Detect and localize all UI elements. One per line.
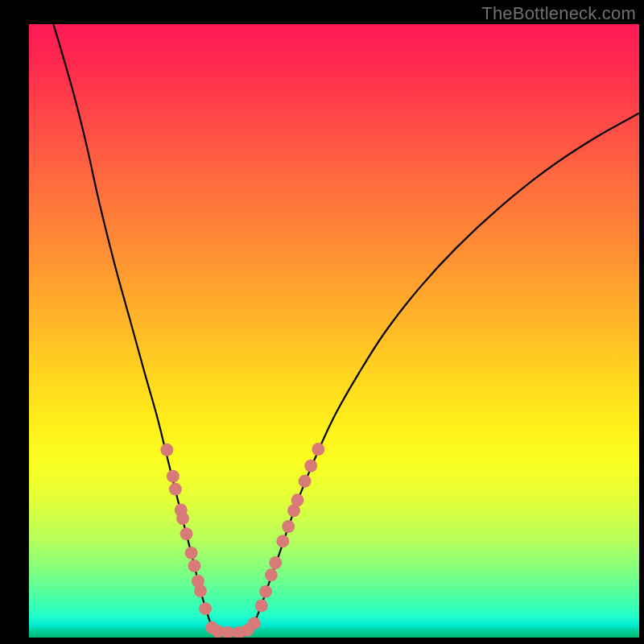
sample-dot [259,585,272,598]
sample-dot [282,520,295,533]
sample-dot [194,584,207,597]
sample-dot [255,599,268,612]
sample-dot [269,556,282,569]
sample-dot [312,443,324,456]
sample-dot [265,568,278,581]
sample-dot [248,617,261,630]
watermark-text: TheBottleneck.com [481,3,636,24]
sample-dot [169,483,182,496]
sample-dot [304,460,317,473]
sample-dot [199,602,212,615]
sample-dot [185,547,198,559]
sample-dot [160,444,173,456]
curve-right-arm [252,113,639,628]
sample-dot [299,475,312,488]
plot-area [29,24,639,638]
sample-dot [291,493,304,506]
curves-svg [29,24,639,638]
sample-dot [176,512,189,525]
sample-dot [188,559,200,572]
sample-dot [276,535,289,547]
chart-container: TheBottleneck.com [0,0,644,644]
sample-dot [167,470,180,483]
sample-dot [180,527,193,540]
